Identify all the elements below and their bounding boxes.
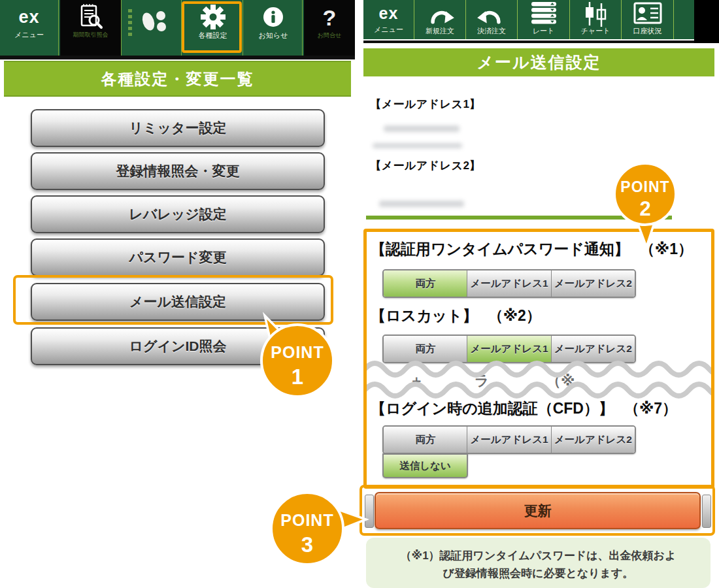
section-note: （※1）	[640, 240, 693, 257]
toolbar-label-chart: チャート	[581, 26, 610, 36]
toolbar-label-news: お知らせ	[259, 31, 288, 41]
toolbar-divider	[0, 56, 355, 59]
section-title-text: 【ログイン時の追加認証（CFD）】	[371, 400, 614, 417]
svg-text:POINT: POINT	[280, 511, 333, 529]
positions-icon	[135, 8, 169, 35]
otp-options: 両方 メールアドレス1 メールアドレス2	[382, 269, 636, 298]
partial-button-right	[702, 495, 711, 528]
right-page-title: メール送信設定	[363, 48, 714, 76]
partial-button-left	[365, 495, 374, 528]
menu-button-login-id[interactable]: ログインID照会	[31, 327, 325, 365]
toolbar-label-account: 口座状況	[633, 26, 662, 36]
toolbar-label-help: お問合せ	[318, 31, 341, 40]
menu-button-password[interactable]: パスワード変更	[31, 238, 325, 276]
menu-button-limiter[interactable]: リミッター設定	[31, 109, 325, 147]
option-both[interactable]: 両方	[384, 270, 467, 297]
info-icon	[261, 3, 285, 31]
footnote-box: （※1）認証用ワンタイムパスワードは、出金依頼およ び登録情報照会時に必要となり…	[366, 538, 711, 588]
toolbar-item-account[interactable]: 口座状況	[622, 0, 674, 39]
redacted-email-1	[384, 125, 460, 132]
left-screenshot: ex メニュー 期間取引照会	[0, 0, 355, 425]
section-title-otp: 【認証用ワンタイムパスワード通知】（※1）	[371, 239, 693, 259]
screen-edge-black	[694, 0, 719, 43]
toolbar-item-chart[interactable]: チャート	[570, 0, 622, 39]
right-screenshot: ex メニュー 新規注文 決済注	[363, 0, 719, 588]
option-both[interactable]: 両方	[384, 336, 467, 362]
toolbar-item-help[interactable]: ? お問合せ	[304, 0, 355, 56]
divider-line	[366, 216, 672, 220]
toolbar-item-news[interactable]: お知らせ	[244, 0, 303, 56]
footnote-line2: び登録情報照会時に必要となります。	[443, 564, 634, 582]
gear-icon	[199, 3, 227, 31]
option-mail1[interactable]: メールアドレス1	[467, 427, 551, 453]
tutorial-image: ex メニュー 期間取引照会	[0, 0, 719, 588]
menu-button-mail-settings[interactable]: メール送信設定	[31, 283, 325, 321]
toolbar-item-positions[interactable]	[123, 0, 182, 56]
section-title-cfd-login: 【ログイン時の追加認証（CFD）】（※7）	[371, 399, 677, 419]
toolbar-label-history: 期間取引照会	[73, 31, 109, 39]
toolbar-item-new-order[interactable]: 新規注文	[414, 0, 466, 39]
new-order-icon	[426, 1, 454, 26]
account-status-icon	[633, 1, 663, 26]
option-both[interactable]: 両方	[384, 427, 467, 453]
toolbar-item-settings[interactable]: 各種設定	[183, 0, 243, 56]
toolbar-divider	[363, 41, 714, 43]
section-title-text: 【認証用ワンタイムパスワード通知】	[371, 240, 629, 257]
toolbar-label-menu: メニュー	[374, 25, 403, 35]
menu-button-registration[interactable]: 登録情報照会・変更	[31, 152, 325, 190]
ex-logo: ex	[379, 1, 399, 25]
section-note: （※7）	[624, 400, 677, 417]
left-toolbar: ex メニュー 期間取引照会	[0, 0, 355, 56]
help-icon: ?	[323, 4, 337, 31]
report-search-icon	[78, 3, 104, 31]
toolbar-label-close-order: 決済注文	[477, 26, 506, 36]
option-mail1[interactable]: メールアドレス1	[467, 270, 551, 297]
cfd-login-options: 両方 メールアドレス1 メールアドレス2	[382, 425, 636, 454]
ex-logo: ex	[18, 4, 39, 30]
right-toolbar: ex メニュー 新規注文 決済注	[363, 0, 714, 41]
footnote-line1: （※1）認証用ワンタイムパスワードは、出金依頼およ	[401, 547, 677, 564]
menu-button-leverage[interactable]: レバレッジ設定	[31, 195, 325, 233]
redacted-email-1b	[373, 143, 462, 148]
toolbar-item-history[interactable]: 期間取引照会	[60, 0, 122, 56]
redacted-email-2	[379, 201, 464, 207]
email2-label: 【メールアドレス2】	[370, 158, 481, 173]
option-mail2[interactable]: メールアドレス2	[552, 427, 635, 453]
option-no-send[interactable]: 送信しない	[382, 453, 468, 478]
vertical-text-marks	[128, 9, 132, 38]
section-title-text: 【ロスカット】	[371, 307, 478, 324]
chart-icon	[581, 1, 610, 26]
option-mail2[interactable]: メールアドレス2	[552, 270, 635, 297]
toolbar-label-new-order: 新規注文	[426, 26, 454, 36]
torn-section-divider: ＋ ラ （※	[365, 359, 714, 400]
svg-text:3: 3	[301, 532, 313, 557]
rates-icon	[529, 1, 559, 26]
section-title-losscut: 【ロスカット】（※2）	[371, 306, 541, 326]
toolbar-label-menu: メニュー	[14, 30, 44, 40]
toolbar-item-menu[interactable]: ex メニュー	[363, 0, 414, 39]
email1-label: 【メールアドレス1】	[370, 97, 481, 112]
section-note: （※2）	[488, 307, 541, 324]
close-order-icon	[477, 1, 506, 26]
toolbar-item-menu[interactable]: ex メニュー	[0, 0, 59, 56]
toolbar-label-settings: 各種設定	[199, 31, 227, 41]
toolbar-item-rates[interactable]: レート	[518, 0, 570, 39]
toolbar-item-partial[interactable]	[674, 0, 694, 39]
point-badge-3: POINT 3	[268, 489, 373, 571]
option-mail1[interactable]: メールアドレス1	[467, 336, 551, 362]
left-page-title: 各種設定・変更一覧	[4, 61, 351, 97]
toolbar-item-close-order[interactable]: 決済注文	[466, 0, 518, 39]
update-button[interactable]: 更新	[375, 492, 701, 529]
toolbar-label-rates: レート	[533, 26, 555, 36]
option-mail2[interactable]: メールアドレス2	[552, 336, 635, 362]
